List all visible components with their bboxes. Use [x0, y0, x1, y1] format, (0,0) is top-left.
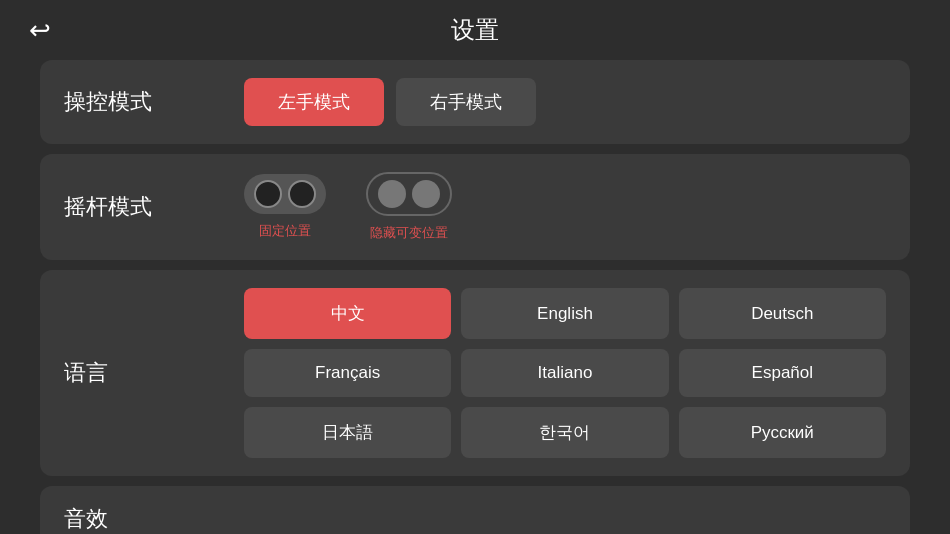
lang-english-button[interactable]: English: [461, 288, 668, 339]
lang-korean-button[interactable]: 한국어: [461, 407, 668, 458]
lang-chinese-button[interactable]: 中文: [244, 288, 451, 339]
dot-right: [288, 180, 316, 208]
joystick-mode-label: 摇杆模式: [64, 192, 244, 222]
joystick-fixed-icon: [244, 174, 326, 214]
joystick-variable-icon: [366, 172, 452, 216]
header: ↩ 设置: [0, 0, 950, 60]
joystick-mode-row: 摇杆模式 固定位置 隐藏可变位置: [40, 154, 910, 260]
language-row: 语言 中文 English Deutsch Français Italiano …: [40, 270, 910, 476]
dot-right-var: [412, 180, 440, 208]
lang-french-button[interactable]: Français: [244, 349, 451, 397]
lang-russian-button[interactable]: Русский: [679, 407, 886, 458]
language-grid: 中文 English Deutsch Français Italiano Esp…: [244, 288, 886, 458]
sound-effects-row-partial: 音效: [40, 486, 910, 534]
joystick-variable-option[interactable]: 隐藏可变位置: [366, 172, 452, 242]
left-hand-mode-button[interactable]: 左手模式: [244, 78, 384, 126]
lang-italian-button[interactable]: Italiano: [461, 349, 668, 397]
settings-content: 操控模式 左手模式 右手模式 摇杆模式 固定位置 隐藏可: [0, 60, 950, 534]
right-hand-mode-button[interactable]: 右手模式: [396, 78, 536, 126]
lang-deutsch-button[interactable]: Deutsch: [679, 288, 886, 339]
control-mode-label: 操控模式: [64, 87, 244, 117]
control-mode-row: 操控模式 左手模式 右手模式: [40, 60, 910, 144]
dot-left: [254, 180, 282, 208]
joystick-options: 固定位置 隐藏可变位置: [244, 172, 886, 242]
lang-japanese-button[interactable]: 日本語: [244, 407, 451, 458]
back-button[interactable]: ↩: [20, 10, 60, 50]
sound-effects-label: 音效: [64, 504, 244, 534]
joystick-fixed-label: 固定位置: [259, 222, 311, 240]
lang-spanish-button[interactable]: Español: [679, 349, 886, 397]
page-title: 设置: [451, 14, 499, 46]
control-mode-controls: 左手模式 右手模式: [244, 78, 886, 126]
back-arrow-icon: ↩: [29, 17, 51, 43]
dot-left-var: [378, 180, 406, 208]
joystick-fixed-option[interactable]: 固定位置: [244, 174, 326, 240]
joystick-variable-label: 隐藏可变位置: [370, 224, 448, 242]
language-label: 语言: [64, 358, 244, 388]
